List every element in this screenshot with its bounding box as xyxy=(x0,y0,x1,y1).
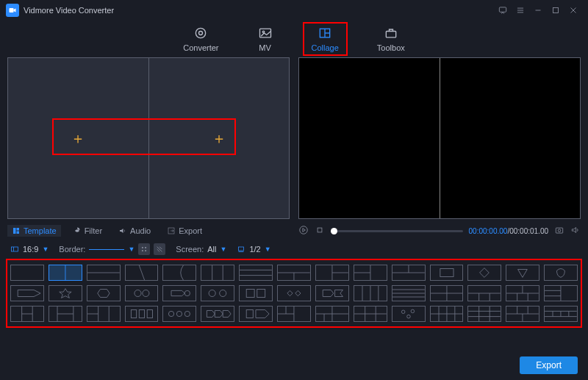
svg-point-103 xyxy=(411,309,415,313)
maximize-icon[interactable] xyxy=(547,1,564,19)
collage-editor[interactable]: ＋ ＋ xyxy=(7,57,290,219)
subtab-audio[interactable]: Audio xyxy=(114,225,155,237)
template-item[interactable] xyxy=(10,306,44,322)
app-logo xyxy=(6,4,19,17)
page-indicator[interactable]: 1/2 ▼ xyxy=(237,245,270,254)
template-item[interactable] xyxy=(315,306,349,322)
subtab-export[interactable]: Export xyxy=(162,225,207,237)
template-item[interactable] xyxy=(354,285,387,301)
timeline[interactable] xyxy=(331,230,463,232)
template-item[interactable] xyxy=(467,306,501,322)
tab-toolbox[interactable]: Toolbox xyxy=(373,24,409,54)
svg-point-56 xyxy=(220,290,226,296)
titlebar: Vidmore Video Converter xyxy=(0,0,588,21)
border-color-button[interactable] xyxy=(138,243,150,255)
template-item[interactable] xyxy=(544,306,578,322)
chevron-down-icon: ▼ xyxy=(220,245,227,253)
subtab-label: Export xyxy=(179,226,202,235)
tab-collage[interactable]: Collage xyxy=(307,24,343,54)
svg-rect-1 xyxy=(499,7,506,12)
template-item[interactable] xyxy=(239,285,273,301)
template-item[interactable] xyxy=(162,265,196,281)
svg-point-52 xyxy=(135,290,141,296)
template-item[interactable] xyxy=(354,306,387,322)
template-item[interactable] xyxy=(201,306,234,322)
template-item[interactable] xyxy=(506,285,539,301)
template-item[interactable] xyxy=(201,285,234,301)
svg-line-32 xyxy=(157,249,159,251)
template-item[interactable] xyxy=(239,306,273,322)
template-item[interactable] xyxy=(354,265,387,281)
volume-button[interactable] xyxy=(570,225,581,237)
collage-cell-right[interactable]: ＋ xyxy=(149,58,290,218)
svg-rect-19 xyxy=(17,232,20,234)
svg-point-9 xyxy=(196,28,206,37)
template-item[interactable] xyxy=(277,265,311,281)
svg-line-31 xyxy=(157,247,162,252)
template-item[interactable] xyxy=(392,265,426,281)
template-item[interactable] xyxy=(10,265,44,281)
stop-button[interactable] xyxy=(315,225,325,237)
template-item[interactable] xyxy=(430,285,464,301)
border-style-select[interactable] xyxy=(89,249,124,250)
template-item[interactable] xyxy=(467,285,501,301)
template-item[interactable] xyxy=(87,285,121,301)
template-item[interactable] xyxy=(201,265,234,281)
subtab-template[interactable]: Template xyxy=(7,225,61,237)
template-item[interactable] xyxy=(315,265,349,281)
template-item[interactable] xyxy=(430,265,464,281)
minimize-icon[interactable] xyxy=(529,1,547,19)
template-item[interactable] xyxy=(277,306,311,322)
feedback-icon[interactable] xyxy=(494,1,512,19)
close-icon[interactable] xyxy=(564,1,582,19)
template-item[interactable] xyxy=(49,265,82,281)
border-pattern-button[interactable] xyxy=(154,243,165,255)
template-item[interactable] xyxy=(162,306,196,322)
template-item[interactable] xyxy=(392,306,426,322)
add-icon: ＋ xyxy=(212,129,226,148)
subtab-label: Template xyxy=(24,226,57,235)
template-item[interactable] xyxy=(544,265,578,281)
tab-converter[interactable]: Converter xyxy=(179,24,223,54)
template-item[interactable] xyxy=(87,265,121,281)
template-item[interactable] xyxy=(125,285,159,301)
template-item[interactable] xyxy=(544,285,578,301)
play-button[interactable] xyxy=(298,225,309,237)
template-item[interactable] xyxy=(315,285,349,301)
collage-cell-left[interactable]: ＋ xyxy=(8,58,148,218)
snapshot-button[interactable] xyxy=(554,225,564,237)
template-item[interactable] xyxy=(506,306,539,322)
svg-rect-86 xyxy=(131,310,136,318)
template-item[interactable] xyxy=(49,285,82,301)
template-item[interactable] xyxy=(239,265,273,281)
svg-point-89 xyxy=(169,311,174,316)
template-item[interactable] xyxy=(392,285,426,301)
svg-point-104 xyxy=(406,315,410,318)
template-item[interactable] xyxy=(467,265,501,281)
svg-point-21 xyxy=(299,226,307,234)
template-item[interactable] xyxy=(430,306,464,322)
svg-rect-88 xyxy=(147,310,152,318)
template-item[interactable] xyxy=(162,285,196,301)
svg-point-28 xyxy=(146,247,146,248)
aspect-ratio-select[interactable]: 16:9 ▼ xyxy=(10,245,49,254)
template-item[interactable] xyxy=(277,285,311,301)
template-item[interactable] xyxy=(10,285,44,301)
svg-point-30 xyxy=(146,250,146,251)
tab-mv[interactable]: MV xyxy=(253,24,278,54)
timecode: 00:00:00.00/00:00:01.00 xyxy=(469,227,548,235)
svg-rect-92 xyxy=(246,310,253,318)
export-button[interactable]: Export xyxy=(520,356,578,374)
template-item[interactable] xyxy=(49,306,82,322)
template-item[interactable] xyxy=(125,265,159,281)
template-item[interactable] xyxy=(87,306,121,322)
playback-controls: 00:00:00.00/00:00:01.00 xyxy=(298,225,581,237)
template-item[interactable] xyxy=(125,306,159,322)
playhead[interactable] xyxy=(331,228,337,234)
menu-icon[interactable] xyxy=(512,1,529,19)
subtab-filter[interactable]: Filter xyxy=(68,225,107,237)
svg-point-53 xyxy=(142,290,148,296)
footer: Export xyxy=(520,356,578,374)
template-item[interactable] xyxy=(506,265,539,281)
screen-select[interactable]: Screen: All ▼ xyxy=(176,245,226,254)
